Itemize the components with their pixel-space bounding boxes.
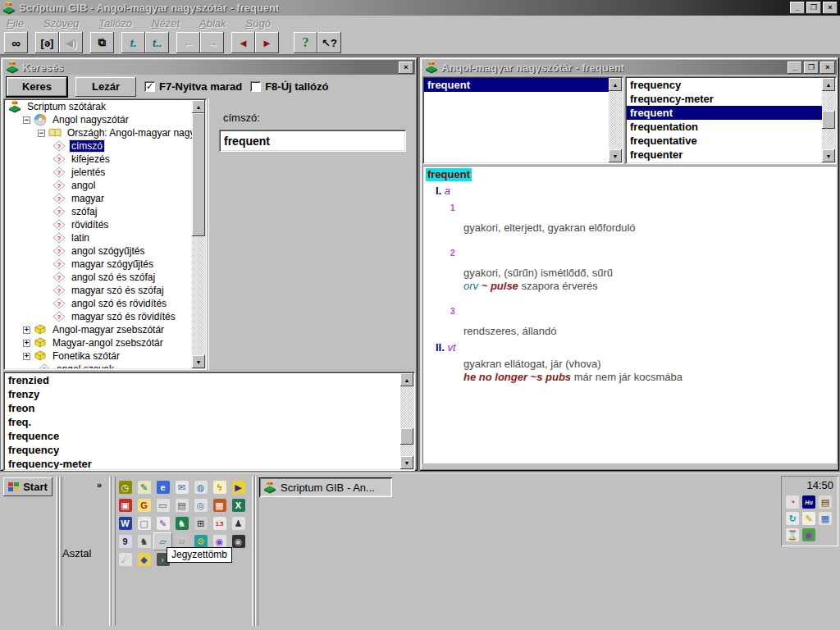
tray-pen-icon[interactable]: ✎ xyxy=(801,510,817,527)
tree-item-11[interactable]: angol szógyűjtés xyxy=(5,244,192,258)
tree-item-10[interactable]: latin xyxy=(5,231,192,244)
backup-floppy-icon[interactable]: ▣ xyxy=(116,496,135,514)
menu-sugo[interactable]: Súgó xyxy=(246,17,271,30)
tree-expander-icon[interactable]: + xyxy=(23,326,30,334)
send-mail-icon[interactable]: ✉ xyxy=(172,478,191,496)
tray-agenda-icon[interactable]: ◔ xyxy=(784,494,801,510)
forward-icon[interactable]: → xyxy=(200,32,224,53)
menu-ablak[interactable]: Ablak xyxy=(199,17,226,30)
tree-item-14[interactable]: magyar szó és szófaj xyxy=(5,284,192,297)
shield-icon[interactable]: ◆ xyxy=(135,550,153,568)
window-app-icon[interactable]: ▢ xyxy=(135,514,153,532)
tree-scrollbar[interactable]: ▲ ▼ xyxy=(192,100,205,368)
tree-item-4[interactable]: kifejezés xyxy=(5,153,192,166)
checkbox-f7-box[interactable]: ✓ xyxy=(144,81,155,92)
tree-item-3[interactable]: címszó xyxy=(5,139,192,153)
menu-szoveg[interactable]: Szöveg xyxy=(43,17,79,30)
start-button[interactable]: Start xyxy=(3,477,52,496)
gib-dictionary-icon[interactable]: G xyxy=(135,496,153,514)
calculator-icon[interactable]: ⊞ xyxy=(191,514,210,532)
tree-item-8[interactable]: szófaj xyxy=(5,205,192,218)
tree-expander-icon[interactable]: − xyxy=(38,130,45,137)
internet-explorer-icon[interactable]: e xyxy=(153,478,172,496)
dict-restore-button[interactable]: ❐ xyxy=(804,62,819,74)
speaker-icon[interactable]: ◀) xyxy=(59,32,83,53)
scheduler-clock-icon[interactable]: ◷ xyxy=(116,478,135,496)
notepad-write-icon[interactable]: ✎ xyxy=(135,478,153,496)
tree-item-18[interactable]: +Magyar-angol zsebszótár xyxy=(5,336,192,349)
taskbar-separator[interactable] xyxy=(56,477,62,626)
tray-sync-icon[interactable]: ↻ xyxy=(784,510,801,527)
word-icon[interactable]: W xyxy=(116,514,135,532)
hu-keyboard-indicator[interactable]: Hu xyxy=(801,494,817,510)
result-item[interactable]: frenzied xyxy=(5,373,400,387)
tree-expander-icon[interactable]: + xyxy=(23,340,30,347)
word-item[interactable]: frequent xyxy=(627,106,822,120)
restore-button[interactable]: ❐ xyxy=(806,2,821,14)
checkbox-f8-box[interactable] xyxy=(250,81,261,92)
cd-globe-icon[interactable]: ◎ xyxy=(191,496,210,514)
phonetic-icon[interactable]: [ə] xyxy=(35,32,59,53)
tree-item-6[interactable]: angol xyxy=(5,179,192,192)
gib-15-icon[interactable]: 1.5 xyxy=(210,514,229,532)
menu-tallozo[interactable]: Tallózó xyxy=(98,17,132,30)
task-button-scriptum[interactable]: Scriptum GIB - An... xyxy=(259,477,392,497)
excel-icon[interactable]: X xyxy=(229,496,248,514)
result-item[interactable]: frequency xyxy=(5,443,400,457)
satellite-dish-icon[interactable]: ☄ xyxy=(116,550,135,568)
elephant-icon[interactable]: ♞ xyxy=(172,514,191,532)
result-item[interactable]: frequency-meter xyxy=(5,457,400,469)
chevron-more-icon[interactable]: » xyxy=(92,478,107,491)
result-item[interactable]: freon xyxy=(5,401,400,415)
result-item[interactable]: freq. xyxy=(5,415,400,429)
match-scroll-up-icon[interactable]: ▲ xyxy=(609,78,622,91)
tray-ball-icon[interactable]: ◉ xyxy=(801,527,817,543)
tray-hourglass-icon[interactable]: ⌛ xyxy=(784,527,801,543)
result-item[interactable]: frenzy xyxy=(5,387,400,401)
dictionary-window-titlebar[interactable]: Angol-magyar nagyszótár - frequent _ ❐ × xyxy=(422,60,837,75)
taskbar-separator-2[interactable] xyxy=(109,477,116,626)
lezar-button[interactable]: Lezár xyxy=(75,77,136,97)
cimszo-input[interactable] xyxy=(219,130,406,152)
checkbox-f7-nyitva-marad[interactable]: ✓ F7-Nyitva marad xyxy=(144,80,242,93)
next-hit-icon[interactable]: ► xyxy=(255,32,279,53)
result-item[interactable]: frequence xyxy=(5,429,400,443)
paint-cup-icon[interactable]: ✎ xyxy=(153,514,172,532)
tray-fax-icon[interactable]: ▤ xyxy=(817,494,833,510)
copy-icon[interactable]: ⧉ xyxy=(90,32,114,53)
context-help-icon[interactable]: ↖? xyxy=(317,32,341,53)
tree-item-15[interactable]: angol szó és rövidítés xyxy=(5,297,192,310)
tree-item-2[interactable]: −Országh: Angol-magyar nagyszótár xyxy=(5,126,192,139)
schedule-plus-icon[interactable]: ▦ xyxy=(210,496,229,514)
tree-item-17[interactable]: +Angol-magyar zsebszótár xyxy=(5,323,192,336)
search-window-titlebar[interactable]: Keresés × xyxy=(3,60,415,75)
results-scroll-up-icon[interactable]: ▲ xyxy=(400,373,413,386)
globe-stand-icon[interactable]: ◍ xyxy=(191,478,210,496)
word-scrollbar[interactable]: ▲ ▼ xyxy=(822,78,835,162)
match-scroll-down-icon[interactable]: ▼ xyxy=(609,149,622,162)
tray-display-icon[interactable]: ▦ xyxy=(817,510,833,527)
close-button[interactable]: × xyxy=(823,2,838,14)
results-scrollbar[interactable]: ▲ ▼ xyxy=(400,373,413,469)
tree-item-20[interactable]: angol szavak xyxy=(5,363,192,368)
dialer-9-icon[interactable]: 9 xyxy=(116,532,135,550)
tree-item-5[interactable]: jelentés xyxy=(5,166,192,179)
removable-drive-icon[interactable]: ▭ xyxy=(153,496,172,514)
tree-item-19[interactable]: +Fonetika szótár xyxy=(5,349,192,363)
word-item[interactable]: frequentation xyxy=(627,120,822,134)
tree-item-9[interactable]: rövidítés xyxy=(5,218,192,231)
word-scroll-down-icon[interactable]: ▼ xyxy=(822,149,835,162)
word-item[interactable]: frequenter xyxy=(627,148,822,162)
tree-scroll-thumb[interactable] xyxy=(192,113,205,236)
tree-item-12[interactable]: magyar szógyűjtés xyxy=(5,258,192,271)
results-scroll-thumb[interactable] xyxy=(400,428,413,445)
word-item[interactable]: frequency-meter xyxy=(627,92,822,106)
media-player-icon[interactable]: ▶ xyxy=(229,478,248,496)
menu-file[interactable]: File xyxy=(7,17,24,30)
tree-scroll-up-icon[interactable]: ▲ xyxy=(192,100,205,113)
wordlist2-icon[interactable]: t.. xyxy=(145,32,169,53)
menu-nezet[interactable]: Nézet xyxy=(152,17,180,30)
dict-close-button[interactable]: × xyxy=(820,62,835,74)
tree-item-7[interactable]: magyar xyxy=(5,192,192,205)
tree-item-0[interactable]: Scriptum szótárak xyxy=(5,100,192,113)
